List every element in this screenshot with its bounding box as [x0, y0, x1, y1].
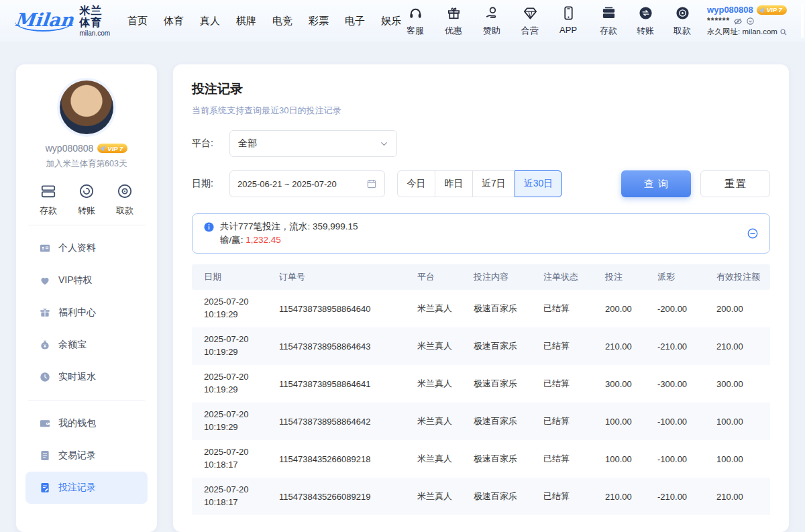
cell-payout: -300.00 [657, 379, 716, 389]
summary-winloss-label: 输/赢: [220, 235, 246, 245]
row-time: 10:18:17 [204, 459, 279, 472]
cell-status: 已结算 [543, 415, 605, 427]
join-days-text: 加入米兰体育第603天 [25, 158, 148, 170]
bet-record-icon [39, 482, 51, 494]
sidebar-item-id-card[interactable]: 个人资料 [25, 232, 148, 264]
column-header-8: 有效投注额 [716, 271, 770, 283]
sidebar-item-welfare[interactable]: 福利中心 [25, 297, 148, 329]
diamond-action[interactable]: 合营 [516, 5, 544, 37]
sidebar: wyp080808 VIP 7 加入米兰体育第603天 存款转账取款 个人资料V… [16, 64, 157, 532]
column-header-4: 投注内容 [474, 271, 543, 283]
action-label: 合营 [516, 25, 544, 37]
sidebar-menu-group-2: 我的钱包交易记录投注记录 [25, 407, 148, 504]
deposit-icon [594, 5, 623, 21]
sidebar-item-yuebao[interactable]: 余额宝 [25, 329, 148, 361]
nav-item-7[interactable]: 电子 [345, 15, 365, 28]
user-info: wyp080808 VIP 7 ****** 永久网址: milan.com [707, 5, 793, 37]
cell-valid-amount: 100.00 [716, 454, 770, 464]
rebate-icon [39, 371, 51, 383]
platform-select[interactable]: 全部 [229, 130, 397, 157]
action-label: 取款 [668, 25, 696, 37]
date-range-input[interactable]: 2025-06-21 ~ 2025-07-20 [229, 170, 385, 197]
logo-cn-text: 米兰体育 [80, 5, 111, 28]
column-header-1: 日期 [204, 271, 279, 283]
sidebar-item-label: 福利中心 [58, 307, 96, 319]
deposit-action[interactable]: 存款 [594, 5, 623, 37]
column-header-3: 平台 [417, 271, 474, 283]
cell-date: 2025-07-2010:19:29 [204, 296, 279, 321]
column-header-7: 派彩 [657, 271, 716, 283]
cell-date: 2025-07-2010:18:17 [204, 484, 279, 509]
sidebar-item-wallet[interactable]: 我的钱包 [25, 407, 148, 439]
row-date: 2025-07-20 [204, 484, 279, 496]
cell-platform: 米兰真人 [417, 490, 474, 502]
gift-icon [439, 5, 468, 21]
quick-date-chip-1[interactable]: 今日 [397, 170, 435, 197]
row-date: 2025-07-20 [204, 409, 279, 421]
sidebar-item-bet-record[interactable]: 投注记录 [25, 472, 148, 504]
summary-turnover: 359,999.15 [313, 221, 358, 231]
nav-item-8[interactable]: 娱乐 [381, 15, 401, 28]
gift-action[interactable]: 优惠 [439, 5, 468, 37]
cell-bet-amount: 210.00 [605, 341, 657, 352]
transfer-outline-icon [72, 182, 101, 201]
cell-bet-amount: 210.00 [605, 492, 657, 502]
row-time: 10:19:29 [204, 421, 279, 434]
cell-date: 2025-07-2010:19:29 [204, 333, 279, 359]
summary-banner: 共计777笔投注，流水: 359,999.15 输/赢: 1,232.45 [192, 213, 770, 254]
sidebar-avatar[interactable] [60, 81, 113, 134]
nav-item-4[interactable]: 棋牌 [236, 15, 256, 28]
transfer-action[interactable]: 转账 [631, 5, 659, 37]
sidebar-item-transaction[interactable]: 交易记录 [25, 439, 148, 472]
nav-item-6[interactable]: 彩票 [309, 15, 329, 28]
action-label: 客服 [401, 25, 429, 37]
sidebar-vip-badge: VIP 7 [97, 144, 127, 153]
cell-platform: 米兰真人 [417, 340, 474, 352]
cell-order-number: 1154738435266089218 [279, 454, 417, 464]
row-time: 10:18:17 [204, 496, 279, 509]
action-label: 赞助 [478, 25, 506, 37]
site-logo[interactable]: Milan 米兰体育 milan.com [15, 5, 110, 37]
row-date: 2025-07-20 [204, 446, 279, 459]
nav-item-3[interactable]: 真人 [200, 15, 220, 28]
magnifier-icon[interactable] [780, 28, 788, 36]
search-button[interactable]: 查询 [621, 170, 691, 197]
transfer-shortcut[interactable]: 转账 [72, 182, 101, 217]
nav-item-5[interactable]: 电竞 [272, 15, 292, 28]
action-label: 转账 [631, 25, 659, 37]
sidebar-item-vip[interactable]: VIP特权 [25, 264, 148, 297]
eye-off-icon[interactable] [733, 17, 743, 26]
cell-order-number: 1154738738958864640 [279, 304, 417, 314]
headset-action[interactable]: 客服 [401, 5, 429, 37]
quick-date-chip-2[interactable]: 昨日 [435, 170, 473, 197]
page-title: 投注记录 [192, 81, 770, 98]
withdraw-shortcut[interactable]: 取款 [110, 182, 140, 217]
logo-domain-text: milan.com [80, 30, 111, 37]
table-row: 2025-07-2010:19:291154738738958864640米兰真… [192, 290, 770, 327]
header-username[interactable]: wyp080808 [707, 5, 753, 15]
transaction-icon [39, 449, 51, 462]
withdraw-icon [668, 5, 696, 21]
deposit-shortcut[interactable]: 存款 [34, 182, 63, 217]
column-header-5: 注单状态 [543, 271, 605, 283]
refresh-balance-icon[interactable] [746, 17, 755, 25]
withdraw-outline-icon [110, 182, 140, 201]
cell-status: 已结算 [543, 490, 605, 502]
withdraw-action[interactable]: 取款 [668, 5, 696, 37]
quick-date-chips: 今日昨日近7日近30日 [397, 170, 562, 197]
row-date: 2025-07-20 [204, 371, 279, 384]
row-date: 2025-07-20 [204, 333, 279, 346]
sidebar-item-rebate[interactable]: 实时返水 [25, 361, 148, 393]
collapse-icon[interactable] [747, 227, 759, 240]
reset-button[interactable]: 重置 [700, 170, 770, 197]
sponsor-action[interactable]: 赞助 [478, 5, 506, 37]
quick-date-chip-4[interactable]: 近30日 [515, 170, 563, 197]
sidebar-item-label: 投注记录 [58, 482, 96, 494]
cell-valid-amount: 210.00 [716, 492, 770, 502]
phone-action[interactable]: APP [554, 5, 582, 37]
nav-item-1[interactable]: 首页 [127, 15, 148, 28]
main-content: 投注记录 当前系统支持查询最近30日的投注记录 平台: 全部 日期: 2025-… [173, 64, 789, 532]
quick-date-chip-3[interactable]: 近7日 [472, 170, 515, 197]
nav-item-2[interactable]: 体育 [164, 15, 184, 28]
sidebar-shortcuts: 存款转账取款 [25, 182, 148, 217]
